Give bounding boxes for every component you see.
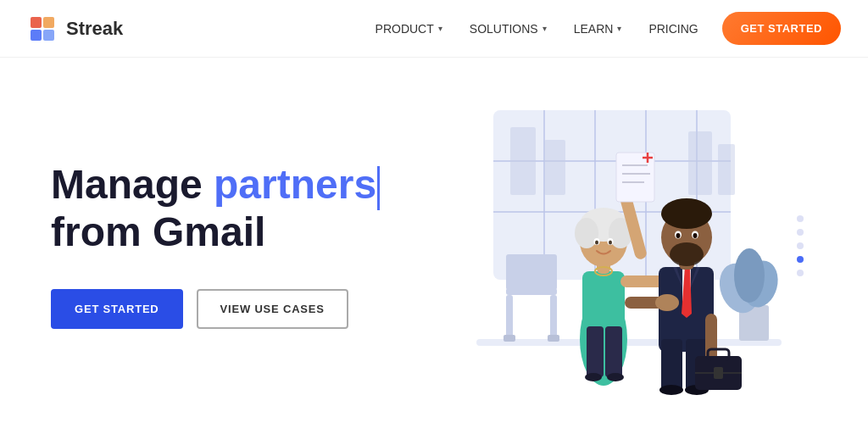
svg-point-41 <box>609 241 612 245</box>
svg-rect-2 <box>43 17 54 28</box>
nav-item-solutions[interactable]: SOLUTIONS ▾ <box>470 22 547 36</box>
scroll-dot-2[interactable] <box>797 229 804 236</box>
hero-content: Manage partners from Gmail GET STARTED V… <box>51 163 407 328</box>
svg-rect-14 <box>688 131 712 195</box>
svg-rect-18 <box>506 295 513 337</box>
nav-links: PRODUCT ▾ SOLUTIONS ▾ LEARN ▾ PRICING <box>376 22 698 36</box>
svg-point-60 <box>670 242 704 266</box>
svg-point-32 <box>607 373 624 381</box>
svg-rect-12 <box>510 127 536 195</box>
hero-illustration <box>407 58 817 434</box>
svg-point-31 <box>585 373 602 381</box>
streak-logo-icon <box>27 14 58 44</box>
svg-rect-53 <box>661 339 682 390</box>
illustration-container <box>409 85 815 407</box>
scroll-dots <box>797 215 804 276</box>
svg-point-63 <box>676 233 681 238</box>
logo-text: Streak <box>66 18 123 40</box>
nav-get-started-button[interactable]: GET STARTED <box>722 12 841 45</box>
chevron-down-icon: ▾ <box>617 24 621 33</box>
svg-rect-4 <box>43 30 54 41</box>
hero-view-use-cases-button[interactable]: VIEW USE CASES <box>197 289 348 329</box>
navbar: Streak PRODUCT ▾ SOLUTIONS ▾ LEARN ▾ PRI… <box>0 0 868 58</box>
hero-title: Manage partners from Gmail <box>51 163 407 254</box>
svg-rect-13 <box>544 140 565 195</box>
svg-point-26 <box>734 248 765 303</box>
cursor-blink <box>377 166 380 210</box>
svg-rect-3 <box>31 30 42 41</box>
hero-get-started-button[interactable]: GET STARTED <box>51 289 183 329</box>
svg-point-59 <box>661 198 712 229</box>
svg-rect-72 <box>714 367 723 379</box>
svg-rect-1 <box>31 17 42 28</box>
hero-section: Manage partners from Gmail GET STARTED V… <box>0 58 868 434</box>
svg-point-55 <box>659 385 683 395</box>
nav-item-pricing[interactable]: PRICING <box>648 22 698 36</box>
svg-rect-30 <box>605 326 622 377</box>
svg-point-67 <box>655 294 679 311</box>
nav-item-product[interactable]: PRODUCT ▾ <box>376 22 442 36</box>
svg-rect-19 <box>550 295 557 337</box>
scroll-dot-5[interactable] <box>797 270 804 276</box>
hero-buttons: GET STARTED VIEW USE CASES <box>51 289 407 329</box>
hero-illustration-svg <box>409 85 815 407</box>
svg-rect-20 <box>504 335 515 342</box>
scroll-dot-3[interactable] <box>797 242 804 249</box>
svg-rect-16 <box>476 339 782 346</box>
scroll-dot-4[interactable] <box>797 256 804 263</box>
chevron-down-icon: ▾ <box>438 24 442 33</box>
nav-item-learn[interactable]: LEARN ▾ <box>574 22 622 36</box>
logo-area[interactable]: Streak <box>27 14 123 44</box>
scroll-dot-1[interactable] <box>797 215 804 222</box>
chevron-down-icon: ▾ <box>542 24 547 33</box>
svg-rect-22 <box>506 254 557 290</box>
svg-rect-29 <box>587 326 604 377</box>
svg-rect-15 <box>718 144 735 195</box>
svg-rect-21 <box>548 335 559 342</box>
svg-point-40 <box>595 241 598 245</box>
svg-point-64 <box>693 233 698 238</box>
